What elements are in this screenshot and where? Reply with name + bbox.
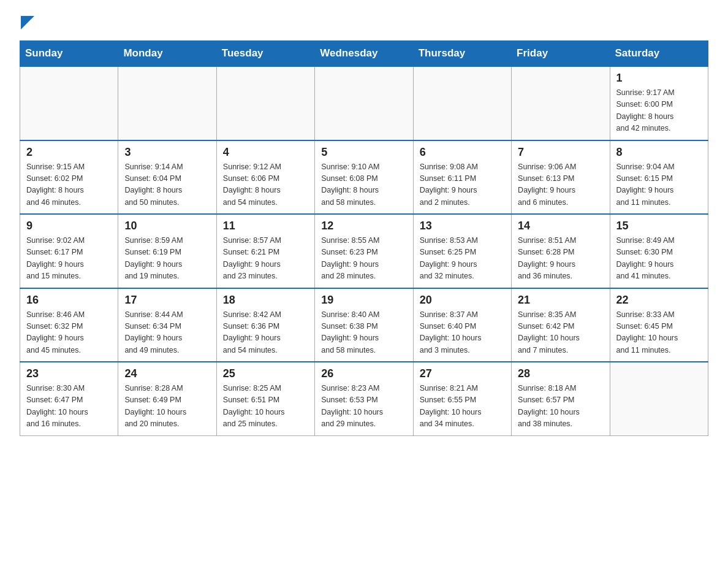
calendar-cell <box>413 66 511 140</box>
day-number: 17 <box>124 294 210 307</box>
calendar-cell: 27Sunrise: 8:21 AMSunset: 6:55 PMDayligh… <box>413 362 511 435</box>
calendar-cell: 18Sunrise: 8:42 AMSunset: 6:36 PMDayligh… <box>216 288 314 362</box>
day-info: Sunrise: 9:15 AMSunset: 6:02 PMDaylight:… <box>26 161 112 209</box>
week-row-2: 2Sunrise: 9:15 AMSunset: 6:02 PMDaylight… <box>20 140 708 215</box>
calendar-cell: 20Sunrise: 8:37 AMSunset: 6:40 PMDayligh… <box>413 288 511 362</box>
day-info: Sunrise: 8:37 AMSunset: 6:40 PMDaylight:… <box>420 309 505 357</box>
week-row-1: 1Sunrise: 9:17 AMSunset: 6:00 PMDaylight… <box>20 66 708 140</box>
day-number: 2 <box>26 146 112 159</box>
calendar-cell: 16Sunrise: 8:46 AMSunset: 6:32 PMDayligh… <box>20 288 118 362</box>
day-info: Sunrise: 9:08 AMSunset: 6:11 PMDaylight:… <box>420 161 505 209</box>
calendar-cell: 4Sunrise: 9:12 AMSunset: 6:06 PMDaylight… <box>216 140 314 215</box>
day-info: Sunrise: 9:12 AMSunset: 6:06 PMDaylight:… <box>223 161 308 209</box>
calendar-cell: 6Sunrise: 9:08 AMSunset: 6:11 PMDaylight… <box>413 140 511 215</box>
calendar-cell <box>315 66 413 140</box>
day-info: Sunrise: 8:57 AMSunset: 6:21 PMDaylight:… <box>223 235 308 283</box>
day-number: 23 <box>26 367 112 380</box>
calendar-cell: 23Sunrise: 8:30 AMSunset: 6:47 PMDayligh… <box>20 362 118 435</box>
calendar-table: SundayMondayTuesdayWednesdayThursdayFrid… <box>20 40 708 436</box>
day-info: Sunrise: 9:10 AMSunset: 6:08 PMDaylight:… <box>321 161 406 209</box>
day-info: Sunrise: 8:35 AMSunset: 6:42 PMDaylight:… <box>518 309 603 357</box>
calendar-cell: 28Sunrise: 8:18 AMSunset: 6:57 PMDayligh… <box>512 362 610 435</box>
day-info: Sunrise: 9:06 AMSunset: 6:13 PMDaylight:… <box>518 161 603 209</box>
calendar-cell: 26Sunrise: 8:23 AMSunset: 6:53 PMDayligh… <box>315 362 413 435</box>
day-number: 5 <box>321 146 406 159</box>
day-info: Sunrise: 8:28 AMSunset: 6:49 PMDaylight:… <box>124 383 210 431</box>
logo <box>20 15 34 31</box>
day-number: 20 <box>420 294 505 307</box>
calendar-cell: 24Sunrise: 8:28 AMSunset: 6:49 PMDayligh… <box>118 362 216 435</box>
day-number: 22 <box>616 294 702 307</box>
calendar-cell: 13Sunrise: 8:53 AMSunset: 6:25 PMDayligh… <box>413 214 511 288</box>
day-info: Sunrise: 8:40 AMSunset: 6:38 PMDaylight:… <box>321 309 406 357</box>
calendar-cell: 3Sunrise: 9:14 AMSunset: 6:04 PMDaylight… <box>118 140 216 215</box>
week-row-3: 9Sunrise: 9:02 AMSunset: 6:17 PMDaylight… <box>20 214 708 288</box>
day-info: Sunrise: 8:49 AMSunset: 6:30 PMDaylight:… <box>616 235 702 283</box>
day-number: 10 <box>124 220 210 232</box>
calendar-cell <box>20 66 118 140</box>
day-number: 3 <box>124 146 210 159</box>
day-number: 15 <box>616 220 702 232</box>
weekday-header-tuesday: Tuesday <box>216 41 314 67</box>
calendar-cell: 19Sunrise: 8:40 AMSunset: 6:38 PMDayligh… <box>315 288 413 362</box>
day-number: 7 <box>518 146 603 159</box>
calendar-cell: 17Sunrise: 8:44 AMSunset: 6:34 PMDayligh… <box>118 288 216 362</box>
week-row-4: 16Sunrise: 8:46 AMSunset: 6:32 PMDayligh… <box>20 288 708 362</box>
weekday-header-monday: Monday <box>118 41 216 67</box>
day-info: Sunrise: 8:18 AMSunset: 6:57 PMDaylight:… <box>518 383 603 431</box>
day-info: Sunrise: 9:04 AMSunset: 6:15 PMDaylight:… <box>616 161 702 209</box>
calendar-cell <box>118 66 216 140</box>
day-number: 4 <box>223 146 308 159</box>
logo-triangle-icon <box>21 16 34 29</box>
weekday-header-sunday: Sunday <box>20 41 118 67</box>
day-info: Sunrise: 9:02 AMSunset: 6:17 PMDaylight:… <box>26 235 112 283</box>
calendar-cell: 2Sunrise: 9:15 AMSunset: 6:02 PMDaylight… <box>20 140 118 215</box>
day-number: 24 <box>124 367 210 380</box>
weekday-header-wednesday: Wednesday <box>315 41 413 67</box>
day-number: 25 <box>223 367 308 380</box>
day-info: Sunrise: 9:17 AMSunset: 6:00 PMDaylight:… <box>616 87 702 135</box>
day-info: Sunrise: 8:42 AMSunset: 6:36 PMDaylight:… <box>223 309 308 357</box>
week-row-5: 23Sunrise: 8:30 AMSunset: 6:47 PMDayligh… <box>20 362 708 435</box>
calendar-cell: 8Sunrise: 9:04 AMSunset: 6:15 PMDaylight… <box>610 140 708 215</box>
day-number: 13 <box>420 220 505 232</box>
day-number: 16 <box>26 294 112 307</box>
calendar-cell: 15Sunrise: 8:49 AMSunset: 6:30 PMDayligh… <box>610 214 708 288</box>
calendar-cell: 12Sunrise: 8:55 AMSunset: 6:23 PMDayligh… <box>315 214 413 288</box>
day-info: Sunrise: 8:21 AMSunset: 6:55 PMDaylight:… <box>420 383 505 431</box>
day-info: Sunrise: 8:53 AMSunset: 6:25 PMDaylight:… <box>420 235 505 283</box>
calendar-cell: 5Sunrise: 9:10 AMSunset: 6:08 PMDaylight… <box>315 140 413 215</box>
weekday-header-saturday: Saturday <box>610 41 708 67</box>
day-number: 1 <box>616 72 702 85</box>
day-info: Sunrise: 8:51 AMSunset: 6:28 PMDaylight:… <box>518 235 603 283</box>
day-number: 18 <box>223 294 308 307</box>
day-info: Sunrise: 9:14 AMSunset: 6:04 PMDaylight:… <box>124 161 210 209</box>
calendar-cell: 21Sunrise: 8:35 AMSunset: 6:42 PMDayligh… <box>512 288 610 362</box>
day-number: 8 <box>616 146 702 159</box>
calendar-cell: 11Sunrise: 8:57 AMSunset: 6:21 PMDayligh… <box>216 214 314 288</box>
day-info: Sunrise: 8:59 AMSunset: 6:19 PMDaylight:… <box>124 235 210 283</box>
day-info: Sunrise: 8:25 AMSunset: 6:51 PMDaylight:… <box>223 383 308 431</box>
calendar-cell: 9Sunrise: 9:02 AMSunset: 6:17 PMDaylight… <box>20 214 118 288</box>
day-number: 9 <box>26 220 112 232</box>
day-info: Sunrise: 8:46 AMSunset: 6:32 PMDaylight:… <box>26 309 112 357</box>
page-header <box>20 15 708 31</box>
day-info: Sunrise: 8:55 AMSunset: 6:23 PMDaylight:… <box>321 235 406 283</box>
day-number: 19 <box>321 294 406 307</box>
weekday-header-friday: Friday <box>512 41 610 67</box>
day-info: Sunrise: 8:44 AMSunset: 6:34 PMDaylight:… <box>124 309 210 357</box>
calendar-cell: 22Sunrise: 8:33 AMSunset: 6:45 PMDayligh… <box>610 288 708 362</box>
day-number: 28 <box>518 367 603 380</box>
day-info: Sunrise: 8:33 AMSunset: 6:45 PMDaylight:… <box>616 309 702 357</box>
weekday-header-row: SundayMondayTuesdayWednesdayThursdayFrid… <box>20 41 708 67</box>
day-number: 11 <box>223 220 308 232</box>
calendar-cell: 1Sunrise: 9:17 AMSunset: 6:00 PMDaylight… <box>610 66 708 140</box>
svg-marker-0 <box>21 16 34 29</box>
day-number: 27 <box>420 367 505 380</box>
calendar-cell: 10Sunrise: 8:59 AMSunset: 6:19 PMDayligh… <box>118 214 216 288</box>
day-info: Sunrise: 8:23 AMSunset: 6:53 PMDaylight:… <box>321 383 406 431</box>
calendar-cell: 7Sunrise: 9:06 AMSunset: 6:13 PMDaylight… <box>512 140 610 215</box>
calendar-cell <box>512 66 610 140</box>
day-number: 21 <box>518 294 603 307</box>
day-number: 14 <box>518 220 603 232</box>
